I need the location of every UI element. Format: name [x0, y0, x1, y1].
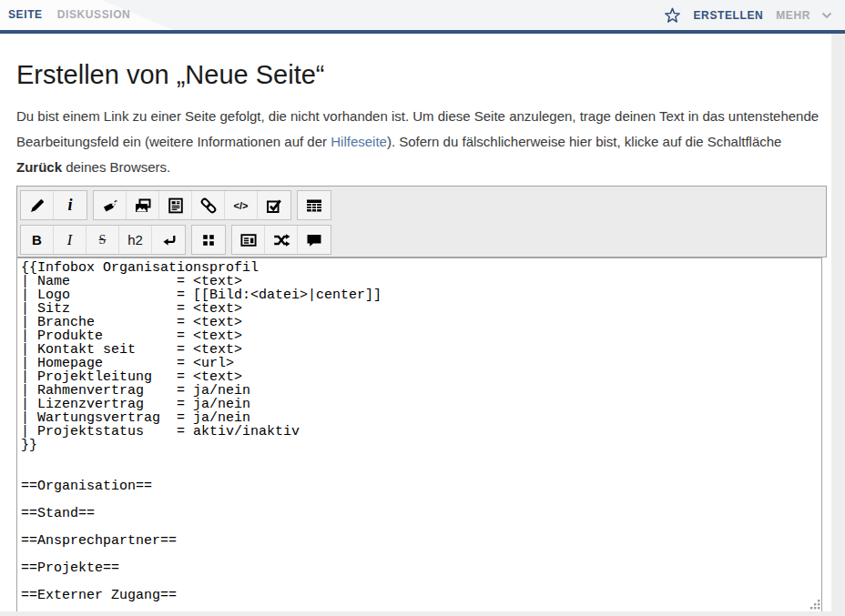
link-icon[interactable] [192, 191, 225, 219]
page-tabs: SEITE DISKUSSION [8, 0, 130, 30]
code-icon[interactable]: </> [225, 191, 258, 219]
dots-grid-icon[interactable] [192, 226, 225, 254]
bold-icon[interactable]: B [21, 226, 54, 254]
toolbar-group-table [297, 190, 331, 220]
mehr-button[interactable]: MEHR [776, 9, 810, 22]
textarea-wrapper: {{Infobox Organisationsprofil | Name = <… [16, 258, 822, 616]
edit-toolbar: i [16, 186, 827, 258]
intro-text-2: ). Sofern du fälschlicherweise hier bist… [387, 134, 782, 149]
tab-diskussion[interactable]: DISKUSSION [57, 0, 131, 30]
shuffle-icon[interactable] [265, 226, 298, 254]
intro-paragraph: Du bist einem Link zu einer Seite gefolg… [16, 104, 827, 180]
table-icon[interactable] [298, 191, 331, 219]
tag-icon[interactable] [94, 191, 127, 219]
italic-icon[interactable]: I [54, 226, 87, 254]
toolbar-row-2: B I S h2 [20, 225, 823, 255]
topbar: SEITE DISKUSSION ERSTELLEN MEHR [0, 0, 845, 34]
window-bottom-edge [0, 611, 845, 616]
pencil-icon[interactable] [21, 191, 54, 219]
main-content: Erstellen von „Neue Seite“ Du bist einem… [0, 58, 845, 616]
zurueck-bold-text: Zurück [16, 159, 62, 175]
chevron-down-icon[interactable] [821, 12, 832, 19]
tab-seite[interactable]: SEITE [8, 0, 43, 30]
checkbox-icon[interactable] [258, 191, 290, 219]
images-icon[interactable] [127, 191, 159, 219]
heading2-icon[interactable]: h2 [119, 226, 152, 254]
erstellen-button[interactable]: ERSTELLEN [694, 9, 764, 22]
toolbar-group-edit: i [20, 190, 87, 220]
page-title: Erstellen von „Neue Seite“ [16, 58, 827, 92]
topbar-actions: ERSTELLEN MEHR [664, 6, 832, 24]
comment-icon[interactable] [298, 226, 331, 254]
wikitext-editor-textarea[interactable]: {{Infobox Organisationsprofil | Name = <… [16, 258, 822, 616]
article-icon[interactable] [159, 191, 192, 219]
toolbar-row-1: i [20, 190, 823, 220]
italic-info-icon[interactable]: i [54, 191, 87, 219]
toolbar-group-format: B I S h2 [20, 225, 186, 255]
newline-icon[interactable] [152, 226, 185, 254]
toolbar-group-misc [231, 225, 331, 255]
toolbar-group-gallery [191, 225, 226, 255]
toolbar-group-insert: </> [93, 190, 291, 220]
infocard-icon[interactable] [232, 226, 265, 254]
hilfeseite-link[interactable]: Hilfeseite [331, 134, 387, 149]
intro-text-3: deines Browsers. [62, 159, 170, 175]
watch-star-icon[interactable] [664, 6, 681, 24]
strikethrough-icon[interactable]: S [87, 226, 119, 254]
